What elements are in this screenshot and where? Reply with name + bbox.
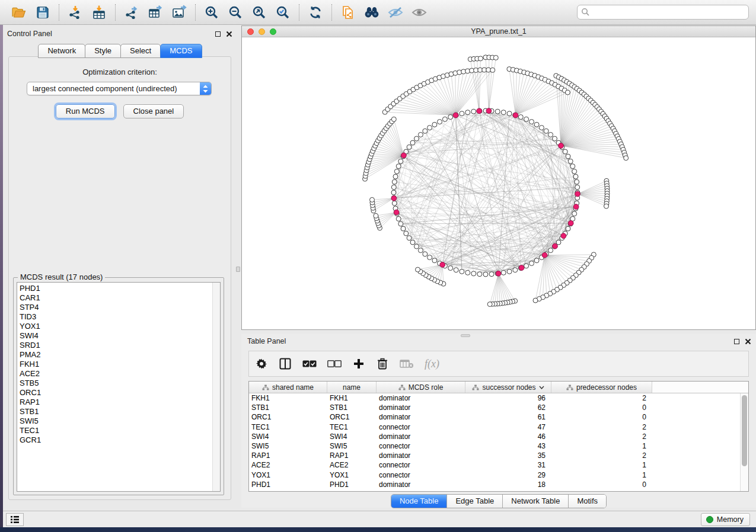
table-mode-gear-icon[interactable]: [255, 358, 268, 370]
tab-mcds[interactable]: MCDS: [160, 44, 202, 58]
table-cell[interactable]: 18: [465, 480, 551, 489]
export-image-icon[interactable]: [167, 2, 191, 23]
table-cell[interactable]: ACE2: [249, 461, 327, 469]
table-row[interactable]: SWI5SWI5connector431: [249, 441, 740, 451]
table-cell[interactable]: FKH1: [327, 394, 377, 402]
table-cell[interactable]: 1: [551, 442, 652, 450]
table-cell[interactable]: 1: [551, 461, 652, 469]
show-columns-icon[interactable]: [279, 358, 292, 370]
tab-node-table[interactable]: Node Table: [391, 495, 448, 508]
table-cell[interactable]: 47: [465, 423, 551, 431]
table-cell[interactable]: 62: [465, 403, 551, 412]
mcds-result-item[interactable]: GCR1: [20, 435, 220, 445]
table-row[interactable]: ACE2ACE2connector311: [249, 460, 740, 470]
tab-style[interactable]: Style: [85, 44, 121, 58]
mcds-result-item[interactable]: PMA2: [20, 350, 220, 360]
table-cell[interactable]: SWI5: [327, 442, 377, 450]
export-table-icon[interactable]: [143, 2, 167, 23]
window-minimize-icon[interactable]: [259, 28, 265, 35]
mcds-result-item[interactable]: SWI5: [20, 416, 220, 426]
table-row[interactable]: ORC1ORC1dominator610: [249, 412, 740, 422]
table-cell[interactable]: YOX1: [249, 471, 327, 479]
table-cell[interactable]: dominator: [377, 394, 465, 402]
find-icon[interactable]: [360, 2, 384, 23]
table-cell[interactable]: dominator: [377, 413, 465, 421]
table-cell[interactable]: ORC1: [327, 413, 377, 421]
table-cell[interactable]: connector: [377, 423, 465, 431]
table-row[interactable]: RAP1RAP1dominator352: [249, 451, 740, 460]
zoom-fit-icon[interactable]: [247, 2, 271, 23]
column-header[interactable]: successor nodes: [465, 382, 551, 393]
table-cell[interactable]: 35: [465, 451, 551, 460]
import-network-icon[interactable]: [63, 2, 87, 23]
table-cell[interactable]: connector: [377, 461, 465, 469]
table-cell[interactable]: connector: [377, 471, 465, 479]
table-row[interactable]: TEC1TEC1connector472: [249, 422, 740, 432]
export-network-icon[interactable]: [120, 2, 143, 23]
table-cell[interactable]: PHD1: [249, 480, 327, 489]
splitter-handle[interactable]: [236, 267, 240, 272]
column-header[interactable]: shared name: [249, 382, 327, 393]
table-cell[interactable]: FKH1: [249, 394, 327, 402]
table-scrollbar[interactable]: [740, 393, 748, 491]
table-cell[interactable]: YOX1: [327, 471, 377, 479]
optimization-criterion-select[interactable]: largest connected component (undirected): [27, 82, 212, 95]
mcds-result-item[interactable]: ACE2: [20, 369, 220, 379]
task-history-button[interactable]: [6, 513, 24, 526]
table-cell[interactable]: connector: [377, 442, 465, 450]
mcds-result-item[interactable]: FKH1: [20, 360, 220, 369]
table-cell[interactable]: 29: [465, 471, 551, 479]
table-cell[interactable]: STB1: [327, 403, 377, 412]
search-input[interactable]: [577, 5, 749, 20]
select-all-icon[interactable]: [302, 360, 317, 368]
zoom-selected-icon[interactable]: [271, 2, 295, 23]
mcds-result-item[interactable]: CAR1: [20, 293, 220, 303]
save-session-icon[interactable]: [31, 2, 55, 23]
table-cell[interactable]: 2: [551, 394, 652, 402]
table-cell[interactable]: 2: [551, 432, 652, 441]
table-row[interactable]: PHD1PHD1dominator180: [249, 480, 740, 489]
table-cell[interactable]: ACE2: [327, 461, 377, 469]
close-panel-icon[interactable]: [226, 31, 232, 37]
table-cell[interactable]: PHD1: [327, 480, 377, 489]
window-close-icon[interactable]: [247, 28, 254, 35]
tab-network-table[interactable]: Network Table: [503, 495, 569, 508]
network-canvas[interactable]: [242, 37, 755, 329]
mcds-result-list[interactable]: PHD1CAR1STP4TID3YOX1SWI4SRD1PMA2FKH1ACE2…: [17, 282, 221, 492]
table-cell[interactable]: SWI4: [327, 432, 377, 441]
table-row[interactable]: SWI4SWI4dominator462: [249, 432, 740, 441]
run-mcds-button[interactable]: Run MCDS: [56, 104, 115, 118]
deselect-all-icon[interactable]: [327, 360, 342, 368]
mcds-result-item[interactable]: TEC1: [20, 426, 220, 435]
float-table-panel-icon[interactable]: [734, 339, 739, 344]
tab-motifs[interactable]: Motifs: [569, 495, 606, 508]
table-cell[interactable]: RAP1: [249, 451, 327, 460]
table-cell[interactable]: 1: [551, 471, 652, 479]
mcds-result-item[interactable]: PHD1: [20, 284, 220, 293]
memory-button[interactable]: Memory: [701, 513, 750, 526]
table-cell[interactable]: SWI5: [249, 442, 327, 450]
table-cell[interactable]: RAP1: [327, 451, 377, 460]
float-panel-icon[interactable]: [215, 31, 221, 37]
table-row[interactable]: STB1STB1dominator620: [249, 403, 740, 412]
table-cell[interactable]: 61: [465, 413, 551, 421]
eye-slash-icon[interactable]: [384, 2, 407, 23]
table-cell[interactable]: 0: [551, 403, 652, 412]
tab-edge-table[interactable]: Edge Table: [447, 495, 503, 508]
eye-icon[interactable]: [407, 2, 431, 23]
mcds-result-item[interactable]: TID3: [20, 312, 220, 322]
table-cell[interactable]: 2: [551, 423, 652, 431]
mcds-result-item[interactable]: STP4: [20, 303, 220, 312]
vertical-splitter[interactable]: [235, 27, 241, 505]
table-cell[interactable]: 0: [551, 480, 652, 489]
column-header[interactable]: predecessor nodes: [551, 382, 652, 393]
table-cell[interactable]: 43: [465, 442, 551, 450]
mcds-result-item[interactable]: SRD1: [20, 341, 220, 350]
clone-network-icon[interactable]: [336, 2, 360, 23]
mcds-result-item[interactable]: ORC1: [20, 388, 220, 398]
table-cell[interactable]: 0: [551, 413, 652, 421]
column-header[interactable]: MCDS role: [377, 382, 465, 393]
tab-select[interactable]: Select: [120, 44, 161, 58]
table-cell[interactable]: dominator: [377, 451, 465, 460]
refresh-icon[interactable]: [304, 2, 327, 23]
